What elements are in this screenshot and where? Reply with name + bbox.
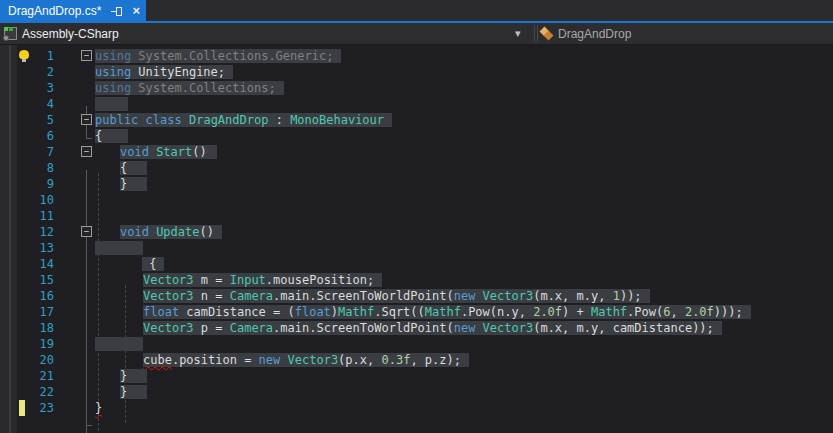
code-line[interactable]: 18Vector3 p = Camera.main.ScreenToWorldP… — [0, 320, 833, 336]
code-text: void Update() — [120, 224, 222, 240]
code-line[interactable]: 16Vector3 n = Camera.main.ScreenToWorldP… — [0, 288, 833, 304]
code-line[interactable]: 5public class DragAndDrop : MonoBehaviou… — [0, 112, 833, 128]
line-number: 20 — [18, 352, 54, 368]
line-number: 10 — [18, 192, 54, 208]
error-squiggle: } — [95, 401, 102, 415]
code-line[interactable]: 3using System.Collections; — [0, 80, 833, 96]
code-line[interactable]: 7void Start() — [0, 144, 833, 160]
code-text: } — [120, 176, 147, 192]
code-text — [95, 336, 143, 352]
code-text — [95, 96, 128, 112]
code-line[interactable]: 14 { — [0, 256, 833, 272]
code-text: public class DragAndDrop : MonoBehaviour — [95, 112, 392, 128]
code-text: using System.Collections.Generic; — [95, 48, 341, 64]
code-rows: 1using System.Collections.Generic;2using… — [0, 48, 833, 433]
code-text: } — [95, 400, 102, 416]
navbar-separator — [537, 25, 538, 42]
lightbulb-icon[interactable] — [19, 50, 29, 59]
code-text: using UnityEngine; — [95, 64, 233, 80]
code-line[interactable]: 23} — [0, 400, 833, 416]
class-icon — [540, 27, 553, 40]
csharp-project-icon — [4, 27, 17, 40]
unsaved-change-indicator — [19, 400, 25, 416]
code-line[interactable]: 21} — [0, 368, 833, 384]
code-text: float camDistance = (float)Mathf.Sqrt((M… — [143, 304, 751, 320]
type-dropdown-label: DragAndDrop — [558, 27, 631, 41]
pin-icon[interactable] — [111, 5, 124, 17]
vs-editor-window: DragAndDrop.cs* × Assembly-CSharp ▾ Drag… — [0, 0, 833, 433]
line-number: 14 — [18, 256, 54, 272]
code-line[interactable]: 17float camDistance = (float)Mathf.Sqrt(… — [0, 304, 833, 320]
code-line[interactable]: 9} — [0, 176, 833, 192]
code-text: void Start() — [120, 144, 217, 160]
code-text — [95, 240, 143, 256]
error-squiggle: cube — [143, 353, 172, 367]
project-dropdown[interactable]: Assembly-CSharp — [0, 23, 534, 44]
line-number: 16 — [18, 288, 54, 304]
type-dropdown[interactable]: DragAndDrop — [540, 23, 631, 44]
code-line[interactable]: 4 — [0, 96, 833, 112]
line-number: 18 — [18, 320, 54, 336]
code-text: Vector3 m = Input.mousePosition; — [143, 272, 382, 288]
code-text: { — [95, 128, 128, 144]
line-number: 9 — [18, 176, 54, 192]
code-text: cube.position = new Vector3(p.x, 0.3f, p… — [143, 352, 469, 368]
code-line[interactable]: 22} — [0, 384, 833, 400]
chevron-down-icon[interactable]: ▾ — [515, 27, 521, 40]
code-text: Vector3 n = Camera.main.ScreenToWorldPoi… — [143, 288, 650, 304]
code-text: } — [120, 368, 147, 384]
line-number: 6 — [18, 128, 54, 144]
project-dropdown-label: Assembly-CSharp — [22, 27, 119, 41]
code-line[interactable]: 2using UnityEngine; — [0, 64, 833, 80]
code-line[interactable]: 11 — [0, 208, 833, 224]
close-icon[interactable]: × — [132, 5, 140, 17]
tab-draganddrop[interactable]: DragAndDrop.cs* × — [0, 0, 146, 21]
navbar-separator — [534, 25, 535, 42]
code-text: using System.Collections; — [95, 80, 284, 96]
code-line[interactable]: 6{ — [0, 128, 833, 144]
code-line[interactable]: 20cube.position = new Vector3(p.x, 0.3f,… — [0, 352, 833, 368]
code-line[interactable]: 10 — [0, 192, 833, 208]
line-number: 8 — [18, 160, 54, 176]
line-number: 3 — [18, 80, 54, 96]
line-number: 17 — [18, 304, 54, 320]
line-number: 4 — [18, 96, 54, 112]
code-text: } — [120, 384, 147, 400]
line-number: 12 — [18, 224, 54, 240]
line-number: 5 — [18, 112, 54, 128]
line-number: 11 — [18, 208, 54, 224]
line-number: 15 — [18, 272, 54, 288]
code-line[interactable]: 15Vector3 m = Input.mousePosition; — [0, 272, 833, 288]
line-number: 19 — [18, 336, 54, 352]
code-text: { — [120, 160, 147, 176]
code-line[interactable]: 1using System.Collections.Generic; — [0, 48, 833, 64]
code-line[interactable]: 19 — [0, 336, 833, 352]
tab-strip: DragAndDrop.cs* × — [0, 0, 833, 21]
code-text: { — [142, 256, 164, 272]
tab-title: DragAndDrop.cs* — [8, 4, 101, 18]
code-editor[interactable]: −−−− 1using System.Collections.Generic;2… — [0, 45, 833, 433]
code-line[interactable]: 8{ — [0, 160, 833, 176]
line-number: 21 — [18, 368, 54, 384]
code-text: Vector3 p = Camera.main.ScreenToWorldPoi… — [143, 320, 722, 336]
line-number: 7 — [18, 144, 54, 160]
navigation-bar: Assembly-CSharp ▾ DragAndDrop — [0, 23, 833, 45]
line-number: 22 — [18, 384, 54, 400]
code-line[interactable]: 13 — [0, 240, 833, 256]
line-number: 13 — [18, 240, 54, 256]
line-number: 2 — [18, 64, 54, 80]
code-line[interactable]: 12void Update() — [0, 224, 833, 240]
